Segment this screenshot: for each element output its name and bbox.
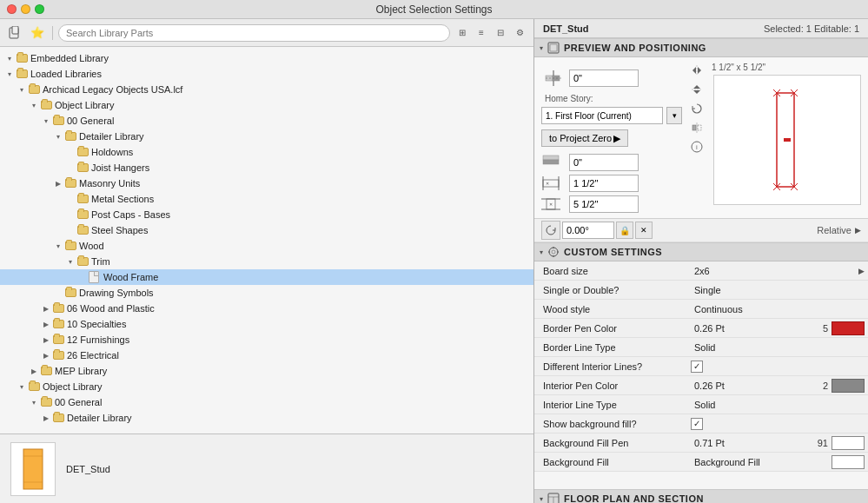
info-icon[interactable]: i [689, 139, 705, 155]
tree-item-00general[interactable]: ▾ 00 General [0, 113, 533, 129]
tree-item-12furn[interactable]: ▶ 12 Furnishings [0, 332, 533, 347]
tree-item-joist[interactable]: ▶ Joist Hangers [0, 160, 533, 175]
tree-label: 00 General [55, 397, 102, 407]
search-input[interactable] [58, 24, 450, 42]
checkbox-showbg[interactable]: ✓ [691, 418, 703, 430]
tree-item-drawing[interactable]: ▶ Drawing Symbols [0, 285, 533, 301]
tree-item-loaded[interactable]: ▾ Loaded Libraries [0, 66, 533, 82]
tree-item-00gen2[interactable]: ▾ 00 General [0, 394, 533, 410]
width-icon: ✕ [541, 175, 566, 192]
tree-item-woodframe[interactable]: ▶ Wood Frame [0, 269, 533, 285]
settings-value: Background Fill [691, 457, 832, 467]
angle-lock-btn[interactable]: 🔒 [616, 222, 633, 239]
tree-item-postcaps[interactable]: ▶ Post Caps - Bases [0, 207, 533, 222]
tree-label: Steel Shapes [91, 225, 148, 235]
detail-view-btn[interactable]: ⊟ [492, 24, 509, 42]
color-swatch-red[interactable] [832, 321, 865, 335]
home-story-menu-btn[interactable]: ▾ [666, 107, 682, 124]
height-row: ✕ [541, 195, 682, 213]
home-story-select[interactable] [541, 107, 663, 124]
fill-swatch-white[interactable] [832, 455, 865, 469]
tree-arrow-loaded: ▾ [3, 68, 16, 80]
left-panel: ⭐ ⊞ ≡ ⊟ ⚙ ▾ Embedded Library ▾ [0, 19, 534, 503]
preview-canvas [713, 75, 861, 205]
folder-icon [52, 303, 64, 314]
preview-section-title: PREVIEW AND POSITIONING [564, 43, 706, 53]
grid-view-btn[interactable]: ⊞ [454, 24, 471, 42]
flip-horizontal-icon[interactable] [689, 63, 705, 78]
height-input[interactable] [569, 195, 639, 213]
tree-label: Joist Hangers [91, 162, 149, 173]
folder-icon [76, 194, 89, 204]
section-collapse-arrow: ▾ [540, 44, 543, 52]
tree-item-detailer[interactable]: ▾ Detailer Library [0, 129, 533, 144]
tree-item-holdowns[interactable]: ▶ Holdowns [0, 144, 533, 160]
tree-item-archicad[interactable]: ▾ Archicad Legacy Objects USA.lcf [0, 82, 533, 97]
svg-rect-9 [543, 156, 559, 160]
preview-section-header[interactable]: ▾ PREVIEW AND POSITIONING [534, 38, 868, 57]
new-icon[interactable] [5, 23, 24, 43]
color-swatch-gray[interactable] [832, 379, 865, 393]
settings-row-interiopen: Interior Pen Color 0.26 Pt 2 [534, 376, 868, 395]
settings-row-borderlinetype: Border Line Type Solid [534, 338, 868, 357]
tree-item-masonry[interactable]: ▶ Masonry Units [0, 175, 533, 191]
relative-label: Relative [817, 225, 851, 235]
angle-reset-btn[interactable]: ✕ [635, 222, 653, 239]
tree-label: Wood Frame [103, 272, 158, 282]
width-input[interactable] [569, 175, 639, 192]
tree-arrow: ▾ [52, 130, 64, 142]
position-icon [541, 66, 566, 90]
rotate-icon[interactable] [689, 101, 705, 116]
folder-icon [52, 334, 64, 345]
settings-btn[interactable]: ⚙ [511, 24, 528, 42]
settings-value: Solid [691, 342, 868, 353]
tree-item-obj2[interactable]: ▾ Object Library [0, 379, 533, 394]
star-icon[interactable]: ⭐ [28, 23, 47, 43]
tree-item-wood[interactable]: ▾ Wood [0, 238, 533, 254]
tree-item-detailer2[interactable]: ▶ Detailer Library [0, 410, 533, 426]
close-button[interactable] [7, 4, 17, 14]
settings-extra: ✓ [691, 418, 706, 430]
tree-item-embedded[interactable]: ▾ Embedded Library [0, 50, 533, 66]
main-layout: ⭐ ⊞ ≡ ⊟ ⚙ ▾ Embedded Library ▾ [0, 19, 868, 503]
settings-label: Background Fill [534, 457, 691, 467]
tree-item-trim[interactable]: ▾ Trim [0, 254, 533, 269]
tree-label: Object Library [43, 381, 102, 392]
tree-item-object-lib[interactable]: ▾ Object Library [0, 97, 533, 113]
side-icons: i [689, 63, 705, 155]
checkbox-diffinterior[interactable]: ✓ [691, 361, 703, 373]
pen-number: 91 [802, 438, 828, 448]
list-view-btn[interactable]: ≡ [473, 24, 490, 42]
tree-arrow: ▶ [40, 349, 52, 361]
settings-arrow-btn[interactable]: ▶ [854, 261, 868, 281]
tree-item-mep[interactable]: ▶ MEP Library [0, 363, 533, 379]
color-swatch-white[interactable] [832, 436, 865, 450]
tree-item-06wood[interactable]: ▶ 06 Wood and Plastic [0, 301, 533, 316]
rotate-model-btn[interactable] [541, 221, 560, 240]
minimize-button[interactable] [21, 4, 30, 14]
folder-icon [76, 209, 89, 220]
flip-vertical-icon[interactable] [689, 82, 705, 97]
tree-item-10spec[interactable]: ▶ 10 Specialties [0, 316, 533, 332]
tree-item-steel[interactable]: ▶ Steel Shapes [0, 222, 533, 238]
maximize-button[interactable] [35, 4, 44, 14]
x-position-input[interactable] [569, 69, 639, 87]
svg-rect-1 [12, 26, 18, 34]
right-content: ▾ PREVIEW AND POSITIONING [534, 38, 868, 503]
view-controls: ⊞ ≡ ⊟ ⚙ [454, 24, 528, 42]
svg-text:i: i [696, 143, 698, 151]
floor-plan-section-header[interactable]: ▾ FLOOR PLAN AND SECTION [534, 489, 868, 503]
settings-row-bgfillpen: Background Fill Pen 0.71 Pt 91 [534, 434, 868, 453]
y-position-input[interactable] [569, 154, 639, 171]
tree-arrow: ▾ [28, 396, 40, 408]
title-bar: Object Selection Settings [0, 0, 868, 19]
custom-settings-header[interactable]: ▾ CUSTOM SETTINGS [534, 242, 868, 261]
mirror-icon[interactable] [689, 120, 705, 136]
angle-input[interactable] [562, 222, 614, 239]
tree-item-metal[interactable]: ▶ Metal Sections [0, 191, 533, 207]
tree-item-26elec[interactable]: ▶ 26 Electrical [0, 347, 533, 363]
home-story-row: ▾ [541, 107, 682, 124]
tree-label: Drawing Symbols [79, 288, 154, 298]
tree-label: Detailer Library [67, 413, 132, 423]
to-project-zero-button[interactable]: to Project Zero ▶ [541, 129, 628, 147]
